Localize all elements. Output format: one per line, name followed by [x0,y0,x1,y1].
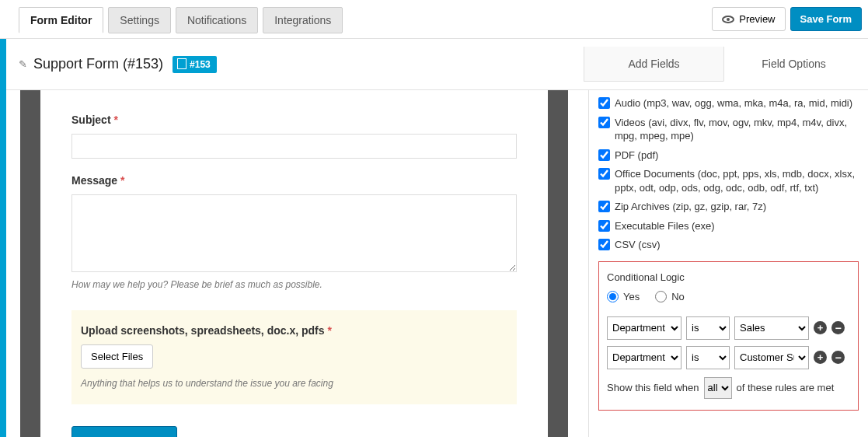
filetype-label: PDF (pdf) [615,149,859,163]
subject-label: Subject * [71,114,517,126]
filetype-label: Zip Archives (zip, gz, gzip, rar, 7z) [615,200,859,214]
rule-value-select[interactable]: Sales [734,316,809,340]
cond-no-radio[interactable] [655,291,667,302]
show-text-prefix: Show this field when [607,382,699,393]
upload-desc: Anything that helps us to understand the… [81,378,507,389]
form-id-badge[interactable]: #153 [173,56,217,73]
filetype-checkbox[interactable] [598,201,610,212]
filetype-row: Audio (mp3, wav, ogg, wma, mka, m4a, ra,… [598,96,859,110]
filetype-label: CSV (csv) [615,238,859,252]
filetype-label: Office Documents (doc, ppt, pps, xls, md… [615,167,859,194]
add-rule-button[interactable]: + [814,351,827,364]
conditional-logic-title: Conditional Logic [607,271,850,283]
upload-label: Upload screenshots, spreadsheets, doc.x,… [81,324,507,337]
sidebar-tab-field-options[interactable]: Field Options [723,47,863,82]
remove-rule-button[interactable]: − [831,351,845,364]
cond-yes-option[interactable]: Yes [607,291,640,302]
preview-label: Preview [739,13,775,25]
filetype-label: Audio (mp3, wav, ogg, wma, mka, m4a, ra,… [615,96,859,110]
main-tabs: Form Editor Settings Notifications Integ… [19,6,343,33]
subject-input[interactable] [71,134,517,159]
edit-icon: ✎ [19,58,27,70]
rule-field-select[interactable]: Department [607,316,682,340]
cond-yes-radio[interactable] [607,291,619,302]
upload-block: Upload screenshots, spreadsheets, doc.x,… [71,310,517,404]
tab-integrations[interactable]: Integrations [263,7,343,33]
canvas-gutter-right [548,90,568,437]
eye-icon [722,16,734,23]
add-rule-button[interactable]: + [814,321,827,334]
filetype-row: CSV (csv) [598,238,859,252]
rule-value-select[interactable]: Customer Support [734,346,809,369]
filetype-checkbox[interactable] [598,239,610,250]
filetype-checkbox[interactable] [598,220,610,232]
save-form-button[interactable]: Save Form [790,7,862,31]
filetype-row: Executable Files (exe) [598,219,859,233]
rule-field-select[interactable]: Department [607,346,682,369]
filetype-label: Videos (avi, divx, flv, mov, ogv, mkv, m… [615,116,859,143]
message-label: Message * [71,174,517,187]
preview-button[interactable]: Preview [712,7,785,31]
filetype-row: PDF (pdf) [598,149,859,163]
condition-rule-row: DepartmentisCustomer Support+− [607,346,850,369]
message-desc: How may we help you? Please be brief as … [71,279,517,290]
tab-notifications[interactable]: Notifications [176,7,258,33]
rule-operator-select[interactable]: is [686,346,730,369]
conditional-logic-section: Conditional Logic Yes No DepartmentisSal… [598,261,859,411]
filetype-row: Zip Archives (zip, gz, gzip, rar, 7z) [598,200,859,214]
form-canvas: Subject * Message * How may we help you?… [40,90,548,437]
filetype-label: Executable Files (exe) [615,219,859,233]
sidebar-tab-add-fields[interactable]: Add Fields [584,47,723,82]
message-textarea[interactable] [71,194,517,272]
tab-settings[interactable]: Settings [108,7,171,33]
cond-no-option[interactable]: No [655,291,685,302]
canvas-gutter-left [20,90,40,437]
form-id-text: #153 [190,59,211,70]
rule-operator-select[interactable]: is [686,316,730,340]
condition-rule-row: DepartmentisSales+− [607,316,850,340]
show-text-suffix: of these rules are met [737,382,835,393]
submit-button[interactable]: Submit Query [71,426,177,437]
field-options-panel: Audio (mp3, wav, ogg, wma, mka, m4a, ra,… [588,90,868,437]
remove-rule-button[interactable]: − [831,321,845,334]
form-title: Support Form (#153) [33,56,163,72]
select-files-button[interactable]: Select Files [81,344,153,369]
filetype-row: Office Documents (doc, ppt, pps, xls, md… [598,167,859,194]
match-select[interactable]: all [704,377,732,399]
copy-icon [179,60,186,69]
filetype-checkbox[interactable] [598,149,610,161]
filetype-checkbox[interactable] [598,97,610,109]
filetype-checkbox[interactable] [598,117,610,128]
filetype-checkbox[interactable] [598,168,610,180]
tab-form-editor[interactable]: Form Editor [19,7,103,33]
filetype-row: Videos (avi, divx, flv, mov, ogv, mkv, m… [598,116,859,143]
